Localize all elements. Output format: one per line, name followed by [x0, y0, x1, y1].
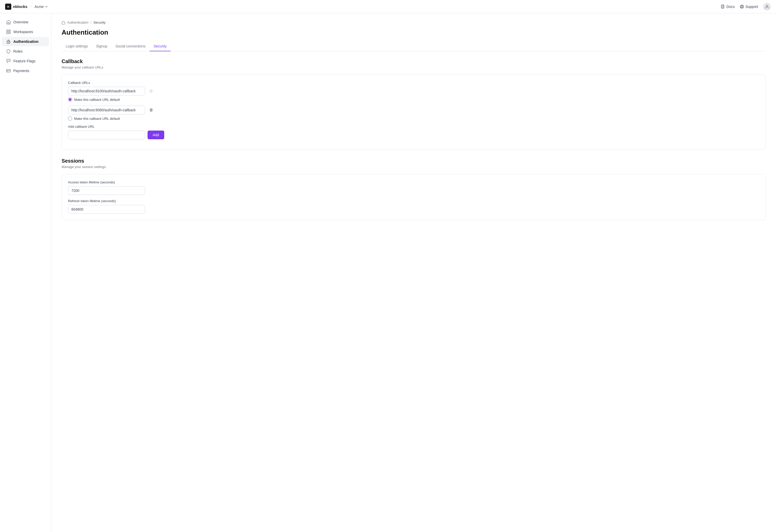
sidebar-item-feature-flags[interactable]: Feature Flags — [2, 56, 49, 66]
callback-urls-label: Callback URLs — [68, 81, 759, 85]
sidebar-item-payments[interactable]: Payments — [2, 66, 49, 75]
callback-url-input-1[interactable] — [68, 87, 145, 95]
breadcrumb-current: Security — [93, 20, 106, 24]
access-token-label: Access token lifetime (seconds) — [68, 180, 759, 184]
sidebar-item-overview[interactable]: Overview — [2, 17, 49, 27]
workspaces-icon — [6, 29, 11, 34]
radio-row-1: Make this callback URL default — [68, 97, 759, 101]
shield-icon — [6, 49, 11, 54]
svg-point-9 — [8, 42, 9, 43]
add-callback-url-input[interactable] — [68, 130, 145, 139]
refresh-token-label: Refresh token lifetime (seconds) — [68, 199, 759, 203]
callback-url-input-2[interactable] — [68, 106, 145, 114]
topnav-right: Docs Support — [721, 3, 771, 11]
callback-section-subtitle: Manage your callback URLs — [61, 65, 766, 69]
chevron-down-icon — [45, 5, 48, 8]
svg-rect-7 — [9, 32, 11, 34]
refresh-token-group: Refresh token lifetime (seconds) — [68, 199, 759, 214]
delete-url-1-button[interactable] — [148, 87, 155, 95]
radio-row-2: Make this callback URL default — [68, 116, 759, 120]
flag-icon — [6, 59, 11, 63]
svg-rect-12 — [7, 71, 8, 71]
workspace-name: Acme — [35, 5, 44, 9]
tab-social-connections[interactable]: Social connections — [112, 42, 150, 51]
support-link[interactable]: Support — [740, 5, 758, 9]
workspace-selector[interactable]: Acme — [35, 5, 48, 9]
svg-rect-11 — [7, 69, 11, 72]
tabs: Login settings Signup Social connections… — [61, 42, 766, 51]
svg-point-2 — [741, 6, 743, 7]
radio-default-2[interactable] — [68, 116, 72, 120]
payments-icon — [6, 68, 11, 73]
url-row-2 — [68, 106, 759, 114]
callback-section-title: Callback — [61, 58, 766, 64]
home-icon — [6, 20, 11, 24]
svg-rect-5 — [9, 30, 11, 32]
sidebar-label-workspaces: Workspaces — [13, 30, 33, 34]
refresh-token-input[interactable] — [68, 205, 145, 214]
docs-icon — [721, 5, 725, 9]
sidebar: Overview Workspaces Authentication — [0, 13, 51, 532]
sessions-section-title: Sessions — [61, 158, 766, 164]
logo-text: nblocks — [13, 4, 27, 9]
sidebar-label-feature-flags: Feature Flags — [13, 59, 35, 63]
sidebar-label-roles: Roles — [13, 49, 23, 53]
svg-point-1 — [740, 5, 743, 8]
breadcrumb-separator: / — [90, 20, 91, 24]
main-content: Authentication / Security Authentication… — [51, 13, 776, 532]
breadcrumb-authentication[interactable]: Authentication — [67, 20, 88, 24]
nav-divider: / — [30, 5, 32, 9]
add-url-row: Add — [68, 130, 759, 139]
support-label: Support — [746, 5, 758, 9]
user-icon — [765, 4, 769, 9]
breadcrumb-home-icon — [61, 21, 65, 24]
delete-url-2-button[interactable] — [148, 106, 155, 113]
breadcrumb: Authentication / Security — [61, 20, 766, 24]
access-token-group: Access token lifetime (seconds) — [68, 180, 759, 195]
radio-label-2: Make this callback URL default — [74, 117, 120, 120]
sidebar-label-overview: Overview — [13, 20, 28, 24]
trash-icon-1 — [149, 89, 153, 93]
page-title: Authentication — [61, 28, 766, 36]
topnav-left: nblocks / Acme — [5, 4, 48, 10]
svg-point-3 — [766, 5, 768, 7]
logo: nblocks — [5, 4, 27, 10]
logo-icon — [5, 4, 11, 10]
tab-login-settings[interactable]: Login settings — [61, 42, 92, 51]
trash-icon-2 — [149, 108, 153, 112]
sidebar-label-payments: Payments — [13, 69, 29, 73]
sidebar-item-roles[interactable]: Roles — [2, 47, 49, 56]
sidebar-item-authentication[interactable]: Authentication — [2, 37, 49, 46]
svg-rect-6 — [7, 32, 8, 34]
radio-default-1[interactable] — [68, 97, 72, 101]
sessions-section-subtitle: Manage your session settings — [61, 165, 766, 169]
lock-icon — [6, 39, 11, 44]
radio-label-1: Make this callback URL default — [74, 98, 120, 101]
tab-security[interactable]: Security — [150, 42, 171, 51]
access-token-input[interactable] — [68, 186, 145, 195]
callback-card: Callback URLs Make this callback URL def… — [61, 74, 766, 150]
tab-signup[interactable]: Signup — [92, 42, 112, 51]
svg-rect-4 — [7, 30, 8, 32]
docs-label: Docs — [727, 5, 735, 9]
layout: Overview Workspaces Authentication — [0, 13, 776, 532]
url-row-1 — [68, 87, 759, 95]
support-icon — [740, 5, 744, 9]
add-url-button[interactable]: Add — [148, 130, 164, 139]
add-url-label: Add callback URL — [68, 125, 759, 128]
add-callback-group: Add callback URL Add — [68, 125, 759, 139]
user-avatar[interactable] — [763, 3, 771, 11]
sidebar-label-authentication: Authentication — [13, 39, 38, 44]
sessions-card: Access token lifetime (seconds) Refresh … — [61, 174, 766, 220]
docs-link[interactable]: Docs — [721, 5, 735, 9]
topnav: nblocks / Acme Docs Support — [0, 0, 776, 13]
sidebar-item-workspaces[interactable]: Workspaces — [2, 27, 49, 36]
